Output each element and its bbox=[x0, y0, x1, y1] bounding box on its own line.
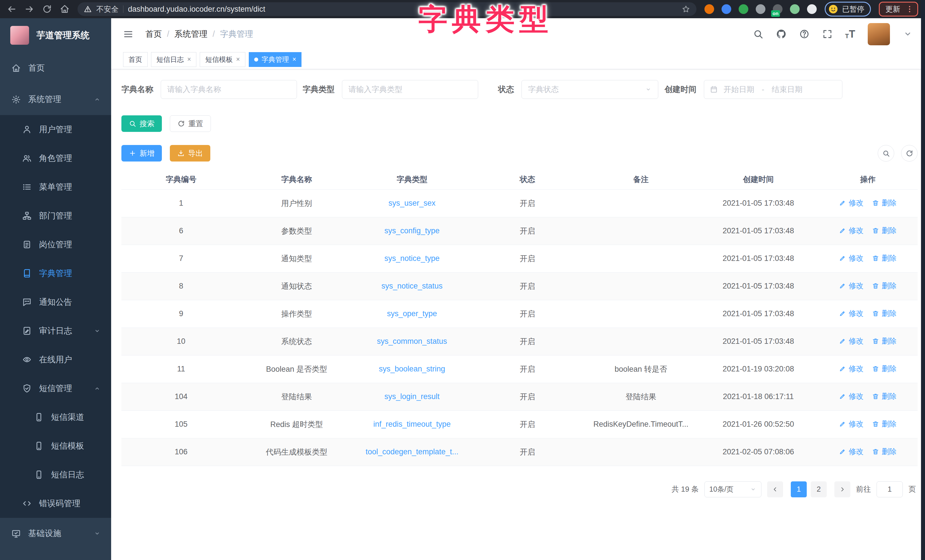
sidebar-item-dict-mgmt[interactable]: 字典管理 bbox=[0, 259, 111, 288]
app-logo[interactable]: 芋道管理系统 bbox=[0, 18, 111, 53]
extension-icon[interactable] bbox=[722, 4, 731, 14]
prev-page-button[interactable] bbox=[767, 482, 783, 497]
date-range-picker[interactable]: 开始日期 - 结束日期 bbox=[704, 80, 842, 99]
dict-type-link[interactable]: sys_user_sex bbox=[389, 199, 435, 207]
dict-type-link[interactable]: sys_notice_status bbox=[381, 282, 443, 290]
delete-link[interactable]: 删除 bbox=[872, 226, 896, 236]
browser-home-icon[interactable] bbox=[60, 4, 69, 14]
help-icon[interactable] bbox=[799, 29, 810, 39]
breadcrumb-system[interactable]: 系统管理 bbox=[175, 29, 208, 40]
edit-icon bbox=[839, 282, 846, 289]
delete-link[interactable]: 删除 bbox=[872, 336, 896, 346]
export-button[interactable]: 导出 bbox=[170, 145, 210, 161]
font-size-icon[interactable]: TT bbox=[845, 29, 855, 39]
page-button-2[interactable]: 2 bbox=[811, 482, 827, 497]
sidebar-item-notice[interactable]: 通知公告 bbox=[0, 288, 111, 316]
sidebar-item-sms-log[interactable]: 短信日志 bbox=[0, 460, 111, 489]
delete-link[interactable]: 删除 bbox=[872, 253, 896, 263]
url-bar[interactable]: 不安全 dashboard.yudao.iocoder.cn/system/di… bbox=[77, 2, 696, 16]
dict-name-input[interactable] bbox=[161, 80, 297, 99]
extension-icon[interactable]: on bbox=[773, 4, 782, 14]
delete-link[interactable]: 删除 bbox=[872, 281, 896, 291]
dict-type-link[interactable]: sys_config_type bbox=[384, 226, 440, 235]
next-page-button[interactable] bbox=[835, 482, 850, 497]
sidebar-item-infrastructure[interactable]: 基础设施 bbox=[0, 518, 111, 549]
delete-link[interactable]: 删除 bbox=[872, 198, 896, 208]
tab-sms-template[interactable]: 短信模板× bbox=[200, 52, 245, 67]
dict-type-link[interactable]: sys_notice_type bbox=[384, 254, 440, 263]
toggle-search-button[interactable] bbox=[878, 145, 894, 161]
edit-link[interactable]: 修改 bbox=[839, 364, 863, 374]
edit-link[interactable]: 修改 bbox=[839, 447, 863, 457]
extension-icon[interactable] bbox=[756, 4, 765, 14]
delete-link[interactable]: 删除 bbox=[872, 309, 896, 318]
tab-sms-log[interactable]: 短信日志× bbox=[151, 52, 196, 67]
extension-icon[interactable] bbox=[704, 4, 714, 14]
dict-type-input[interactable] bbox=[342, 80, 478, 99]
tab-home[interactable]: 首页 bbox=[123, 52, 148, 67]
sidebar-item-role-mgmt[interactable]: 角色管理 bbox=[0, 144, 111, 173]
cell-dict-type: sys_notice_status bbox=[352, 272, 472, 300]
dict-type-link[interactable]: sys_common_status bbox=[377, 337, 447, 346]
extension-icon[interactable] bbox=[739, 4, 748, 14]
delete-link[interactable]: 删除 bbox=[872, 447, 896, 457]
sidebar-item-dept-mgmt[interactable]: 部门管理 bbox=[0, 202, 111, 230]
dict-type-link[interactable]: sys_oper_type bbox=[387, 309, 437, 318]
status-select[interactable]: 字典状态 bbox=[521, 80, 658, 99]
edit-link[interactable]: 修改 bbox=[839, 198, 863, 208]
header-search-icon[interactable] bbox=[753, 29, 764, 39]
tab-dict-mgmt[interactable]: 字典管理× bbox=[249, 52, 301, 67]
sidebar-item-sms-channel[interactable]: 短信渠道 bbox=[0, 403, 111, 432]
delete-link[interactable]: 删除 bbox=[872, 419, 896, 429]
sidebar-item-error-code-mgmt[interactable]: 错误码管理 bbox=[0, 489, 111, 518]
fullscreen-icon[interactable] bbox=[822, 29, 833, 39]
search-button[interactable]: 搜索 bbox=[121, 115, 162, 132]
sidebar-item-post-mgmt[interactable]: 岗位管理 bbox=[0, 230, 111, 259]
dict-type-link[interactable]: tool_codegen_template_t... bbox=[366, 447, 458, 456]
user-avatar[interactable] bbox=[868, 23, 890, 45]
dict-type-link[interactable]: sys_login_result bbox=[384, 392, 440, 401]
sidebar-item-menu-mgmt[interactable]: 菜单管理 bbox=[0, 173, 111, 202]
tab-close-icon[interactable]: × bbox=[236, 56, 240, 63]
goto-page-input[interactable] bbox=[877, 482, 903, 497]
extension-icon[interactable] bbox=[790, 4, 800, 14]
sidebar-toggle-icon[interactable] bbox=[123, 29, 133, 39]
page-button-1[interactable]: 1 bbox=[791, 482, 807, 497]
tab-close-icon[interactable]: × bbox=[292, 56, 296, 63]
tab-close-icon[interactable]: × bbox=[187, 56, 191, 63]
page-size-select[interactable]: 10条/页 bbox=[704, 482, 761, 497]
edit-link[interactable]: 修改 bbox=[839, 226, 863, 236]
paused-badge[interactable]: 已暂停 bbox=[825, 2, 871, 17]
add-button[interactable]: 新增 bbox=[121, 145, 162, 161]
sidebar-item-system-mgmt[interactable]: 系统管理 bbox=[0, 84, 111, 115]
refresh-table-button[interactable] bbox=[901, 145, 917, 161]
sidebar-item-home[interactable]: 首页 bbox=[0, 53, 111, 84]
edit-link[interactable]: 修改 bbox=[839, 391, 863, 401]
dict-type-link[interactable]: inf_redis_timeout_type bbox=[373, 420, 451, 428]
edit-link[interactable]: 修改 bbox=[839, 281, 863, 291]
sidebar-item-sms-mgmt[interactable]: 短信管理 bbox=[0, 374, 111, 403]
github-icon[interactable] bbox=[776, 29, 786, 39]
edit-link[interactable]: 修改 bbox=[839, 253, 863, 263]
reset-button[interactable]: 重置 bbox=[170, 115, 211, 132]
user-menu-caret-icon[interactable] bbox=[902, 29, 913, 39]
tab-label: 短信模板 bbox=[205, 55, 232, 64]
sidebar-item-user-mgmt[interactable]: 用户管理 bbox=[0, 115, 111, 144]
edit-link[interactable]: 修改 bbox=[839, 336, 863, 346]
bookmark-star-icon[interactable] bbox=[682, 5, 690, 14]
browser-reload-icon[interactable] bbox=[42, 4, 52, 14]
browser-menu-icon[interactable] bbox=[905, 5, 914, 14]
sidebar-item-online-users[interactable]: 在线用户 bbox=[0, 345, 111, 374]
sidebar-item-sms-template[interactable]: 短信模板 bbox=[0, 432, 111, 460]
browser-back-icon[interactable] bbox=[7, 4, 17, 14]
delete-link[interactable]: 删除 bbox=[872, 364, 896, 374]
browser-forward-icon[interactable] bbox=[24, 4, 34, 14]
delete-link[interactable]: 删除 bbox=[872, 391, 896, 401]
update-button[interactable]: 更新 bbox=[879, 2, 918, 17]
sidebar-item-audit-log[interactable]: 审计日志 bbox=[0, 316, 111, 345]
edit-link[interactable]: 修改 bbox=[839, 309, 863, 318]
dict-type-link[interactable]: sys_boolean_string bbox=[379, 364, 445, 373]
extension-icon[interactable] bbox=[807, 4, 817, 14]
breadcrumb-home[interactable]: 首页 bbox=[145, 29, 162, 40]
edit-link[interactable]: 修改 bbox=[839, 419, 863, 429]
